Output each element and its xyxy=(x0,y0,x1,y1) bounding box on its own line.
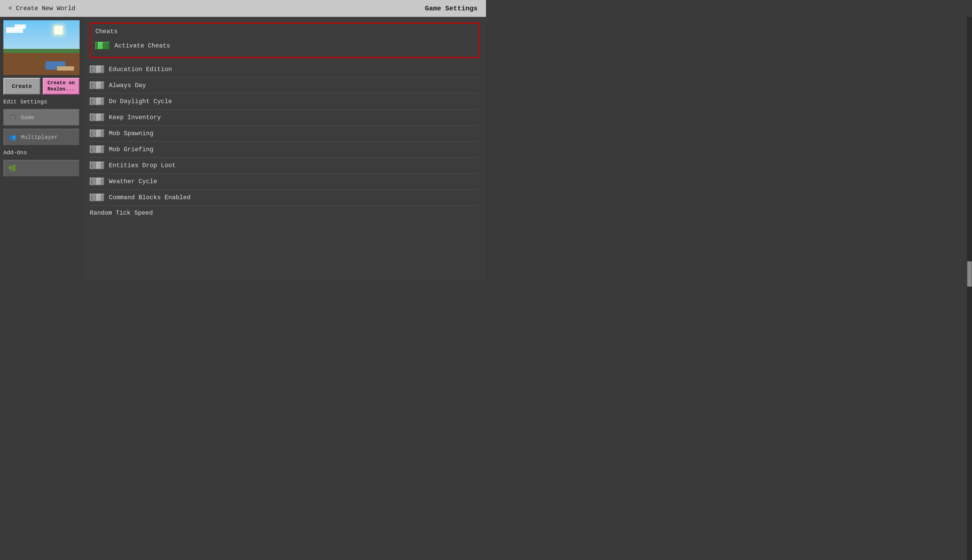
divider-5 xyxy=(90,141,479,142)
keep-inventory-row: Keep Inventory xyxy=(90,111,479,124)
sidebar-item-multiplayer[interactable]: 👥 Multiplayer xyxy=(3,129,80,145)
buttons-row: Create Create onRealms... xyxy=(3,78,80,95)
create-realms-label: Create onRealms... xyxy=(47,80,75,92)
toggle-off-indicator-8 xyxy=(90,178,104,185)
divider-8 xyxy=(90,189,479,190)
cloud-decoration-2 xyxy=(15,25,26,29)
weather-cycle-label: Weather Cycle xyxy=(109,178,157,185)
divider-4 xyxy=(90,125,479,126)
divider-9 xyxy=(90,205,479,206)
education-edition-label: Education Edition xyxy=(109,66,172,73)
activate-cheats-row: Activate Cheats xyxy=(95,39,473,53)
entities-drop-loot-label: Entities Drop Loot xyxy=(109,162,176,169)
toggle-off-indicator xyxy=(90,65,104,73)
toggle-off-indicator-9 xyxy=(90,193,104,202)
right-panel: Cheats Activate Cheats Education Edition… xyxy=(83,17,486,280)
edit-settings-label: Edit Settings xyxy=(3,98,80,106)
addon-icon: 🌿 xyxy=(7,163,17,173)
create-realms-button[interactable]: Create onRealms... xyxy=(43,78,80,95)
toggle-on-indicator xyxy=(95,42,110,50)
mob-spawning-row: Mob Spawning xyxy=(90,127,479,140)
do-daylight-cycle-row: Do Daylight Cycle xyxy=(90,95,479,108)
entities-drop-loot-toggle[interactable] xyxy=(90,162,104,170)
sidebar-item-addon[interactable]: 🌿 xyxy=(3,160,80,177)
always-day-toggle[interactable] xyxy=(90,82,104,89)
divider-1 xyxy=(90,77,479,78)
grass-layer xyxy=(3,49,80,53)
mob-spawning-label: Mob Spawning xyxy=(109,130,153,137)
multiplayer-icon: 👥 xyxy=(7,132,17,142)
path-decoration xyxy=(57,66,74,70)
command-blocks-row: Command Blocks Enabled xyxy=(90,191,479,204)
sidebar-item-game[interactable]: 🎮 Game xyxy=(3,109,80,126)
mob-griefing-row: Mob Griefing xyxy=(90,143,479,156)
main-layout: Create Create onRealms... Edit Settings … xyxy=(0,17,486,280)
sidebar-item-label-multiplayer: Multiplayer xyxy=(21,134,58,140)
random-tick-speed-label: Random Tick Speed xyxy=(90,210,153,217)
toggle-off-indicator-7 xyxy=(90,162,104,170)
cheats-title: Cheats xyxy=(95,28,473,35)
keep-inventory-toggle[interactable] xyxy=(90,113,104,122)
activate-cheats-label: Activate Cheats xyxy=(114,42,170,50)
weather-cycle-row: Weather Cycle xyxy=(90,175,479,188)
toggle-off-indicator-4 xyxy=(90,113,104,122)
toggle-off-indicator-6 xyxy=(90,145,104,153)
divider-6 xyxy=(90,157,479,158)
create-button[interactable]: Create xyxy=(3,78,40,95)
toggle-off-indicator-5 xyxy=(90,130,104,137)
controller-icon: 🎮 xyxy=(7,112,17,123)
world-preview xyxy=(3,20,80,75)
dirt-layer xyxy=(3,53,80,75)
add-ons-label: Add-Ons xyxy=(3,148,80,157)
activate-cheats-toggle[interactable] xyxy=(95,42,110,50)
divider-3 xyxy=(90,109,479,110)
education-edition-toggle[interactable] xyxy=(90,65,104,73)
entities-drop-loot-row: Entities Drop Loot xyxy=(90,159,479,172)
mob-griefing-toggle[interactable] xyxy=(90,145,104,153)
left-panel: Create Create onRealms... Edit Settings … xyxy=(0,17,83,280)
sun-decoration xyxy=(54,26,63,34)
do-daylight-cycle-label: Do Daylight Cycle xyxy=(109,98,172,105)
toggle-off-indicator-3 xyxy=(90,98,104,105)
do-daylight-cycle-toggle[interactable] xyxy=(90,98,104,105)
always-day-row: Always Day xyxy=(90,79,479,92)
random-tick-speed-row: Random Tick Speed xyxy=(90,207,479,220)
header: < Create New World Game Settings xyxy=(0,0,486,17)
keep-inventory-label: Keep Inventory xyxy=(109,114,161,121)
weather-cycle-toggle[interactable] xyxy=(90,178,104,185)
command-blocks-toggle[interactable] xyxy=(90,193,104,202)
mob-spawning-toggle[interactable] xyxy=(90,130,104,137)
mob-griefing-label: Mob Griefing xyxy=(109,146,153,153)
sidebar-item-label-game: Game xyxy=(21,114,34,121)
education-edition-row: Education Edition xyxy=(90,63,479,76)
toggle-off-indicator-2 xyxy=(90,82,104,89)
always-day-label: Always Day xyxy=(109,82,146,89)
command-blocks-label: Command Blocks Enabled xyxy=(109,194,191,201)
cheats-section: Cheats Activate Cheats xyxy=(90,22,479,58)
back-button[interactable]: < Create New World xyxy=(8,5,75,12)
page-title: Game Settings xyxy=(425,5,478,12)
